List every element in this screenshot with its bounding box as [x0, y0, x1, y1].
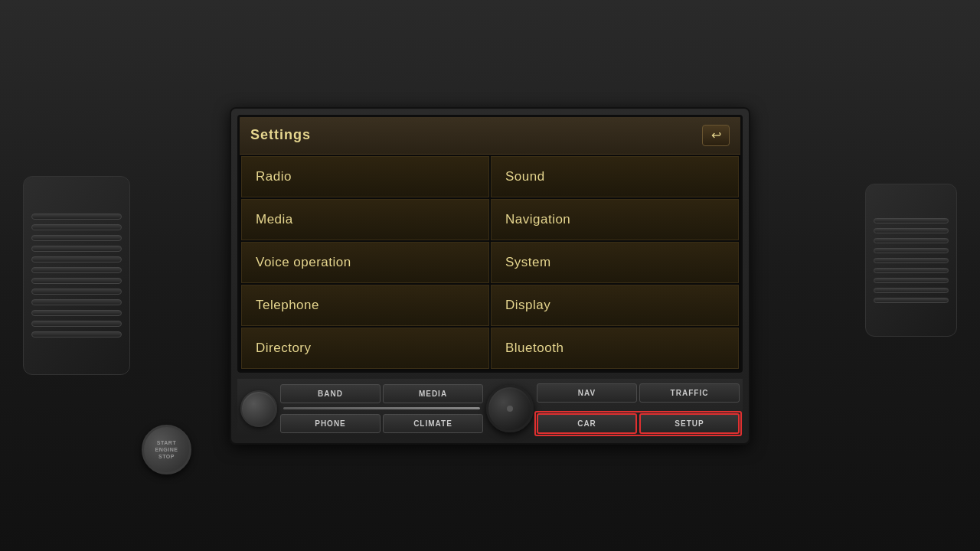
settings-item-display[interactable]: Display [491, 285, 739, 326]
back-button[interactable]: ↩ [702, 125, 730, 146]
nav-button[interactable]: NAV [537, 383, 637, 403]
start-engine-line2: ENGINE [155, 447, 178, 452]
settings-item-directory[interactable]: Directory [241, 328, 489, 369]
left-knob[interactable] [240, 390, 277, 427]
settings-item-telephone[interactable]: Telephone [241, 285, 489, 326]
left-buttons-group: BAND MEDIA PHONE CLIMATE [280, 384, 483, 433]
start-engine-line3: STOP [158, 454, 175, 459]
right-buttons-group: NAV TRAFFIC CAR SETUP [537, 383, 740, 434]
start-engine-button-area: START ENGINE STOP [142, 425, 191, 474]
settings-grid: Radio Sound Media Navigation Voice opera… [240, 155, 740, 370]
climate-button[interactable]: CLIMATE [383, 414, 483, 433]
media-button[interactable]: MEDIA [383, 384, 483, 403]
setup-button[interactable]: SETUP [639, 413, 740, 434]
settings-item-radio[interactable]: Radio [241, 156, 489, 197]
car-button[interactable]: CAR [537, 413, 637, 434]
car-interior: START ENGINE STOP Settings ↩ Radio [0, 0, 980, 551]
slider-track [283, 407, 480, 409]
settings-item-navigation[interactable]: Navigation [491, 199, 739, 240]
settings-item-sound[interactable]: Sound [491, 156, 739, 197]
traffic-button[interactable]: TRAFFIC [639, 383, 740, 403]
settings-item-voice-operation[interactable]: Voice operation [241, 242, 489, 283]
back-icon: ↩ [711, 128, 721, 142]
infotainment-unit: Settings ↩ Radio Sound Media [230, 107, 750, 445]
control-panel: BAND MEDIA PHONE CLIMATE NAV TRAFFIC [237, 379, 743, 437]
phone-button[interactable]: PHONE [280, 414, 381, 433]
right-vent [865, 184, 957, 337]
left-vent [23, 176, 130, 375]
settings-item-system[interactable]: System [491, 242, 739, 283]
settings-title: Settings [250, 127, 311, 143]
band-button[interactable]: BAND [280, 384, 381, 403]
settings-item-bluetooth[interactable]: Bluetooth [491, 328, 739, 369]
title-bar: Settings ↩ [240, 117, 740, 155]
start-engine-line1: START [157, 440, 176, 445]
settings-item-media[interactable]: Media [241, 199, 489, 240]
screen: Settings ↩ Radio Sound Media [237, 115, 743, 373]
center-knob[interactable] [486, 385, 534, 432]
